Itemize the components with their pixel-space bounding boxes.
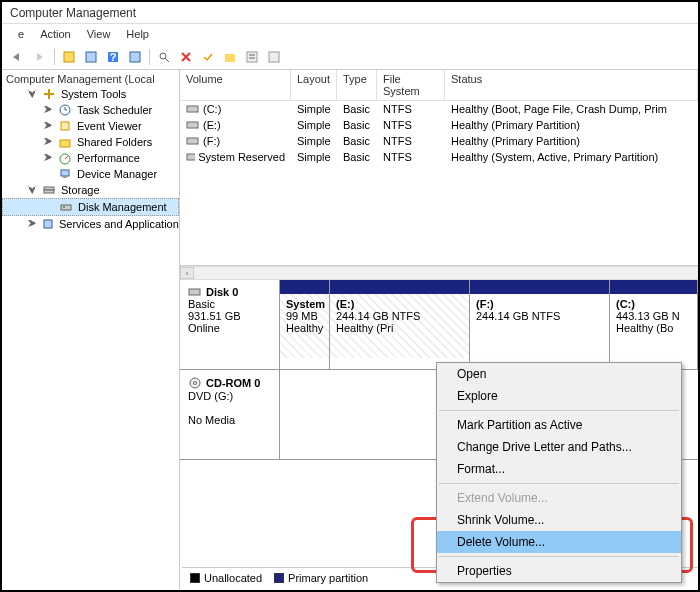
find-icon[interactable] [154,47,174,67]
ctx-explore[interactable]: Explore [437,385,681,407]
vol-fs: NTFS [377,134,445,148]
scroll-left-icon[interactable]: ‹ [180,267,194,279]
svg-text:?: ? [110,51,117,63]
svg-rect-17 [61,122,69,130]
ctx-delete-volume[interactable]: Delete Volume... [437,531,681,553]
disk0-partitions: System 99 MB Healthy (E:) 244.14 GB NTFS… [280,280,698,369]
forward-icon[interactable] [30,47,50,67]
services-icon [41,217,55,231]
detail-icon[interactable] [264,47,284,67]
cdrom-type: DVD (G:) [188,390,271,402]
refresh-icon[interactable] [59,47,79,67]
disk-status: Online [188,322,271,334]
col-status[interactable]: Status [445,70,698,100]
menu-file[interactable]: e [10,27,32,41]
device-icon [57,167,73,181]
check-icon[interactable] [198,47,218,67]
menu-view[interactable]: View [79,27,119,41]
volume-row[interactable]: (E:) Simple Basic NTFS Healthy (Primary … [180,117,698,133]
expand-icon[interactable]: ⮞ [44,122,53,131]
svg-rect-22 [63,176,67,178]
view-icon[interactable] [125,47,145,67]
ctx-properties[interactable]: Properties [437,560,681,582]
ctx-format[interactable]: Format... [437,458,681,480]
svg-rect-21 [61,170,69,176]
disk0-info[interactable]: Disk 0 Basic 931.51 GB Online [180,280,280,369]
partition-e[interactable]: (E:) 244.14 GB NTFS Healthy (Pri [330,280,470,369]
ctx-mark-active[interactable]: Mark Partition as Active [437,414,681,436]
vol-fs: NTFS [377,150,445,164]
delete-icon[interactable] [176,47,196,67]
tree-label: System Tools [61,88,126,100]
partition-f[interactable]: (F:) 244.14 GB NTFS [470,280,610,369]
tree-label: Performance [77,152,140,164]
tree-root[interactable]: Computer Management (Local [2,72,179,86]
col-filesystem[interactable]: File System [377,70,445,100]
tree-shared-folders[interactable]: ⮞ Shared Folders [2,134,179,150]
tree-event-viewer[interactable]: ⮞ Event Viewer [2,118,179,134]
context-menu: Open Explore Mark Partition as Active Ch… [436,362,682,583]
expand-icon[interactable]: ⮞ [44,106,53,115]
vol-name: (F:) [203,135,220,147]
svg-rect-24 [44,190,54,193]
legend-primary: Primary partition [274,572,368,584]
list-icon[interactable] [242,47,262,67]
tree-disk-management[interactable]: ⮞ Disk Management [2,198,179,216]
vol-layout: Simple [291,102,337,116]
tree-performance[interactable]: ⮞ Performance [2,150,179,166]
disk-icon [58,200,74,214]
vol-name: System Reserved [198,151,285,163]
storage-icon [41,183,57,197]
col-type[interactable]: Type [337,70,377,100]
folder-icon[interactable] [220,47,240,67]
partition-system[interactable]: System 99 MB Healthy [280,280,330,369]
expand-icon[interactable]: ⮞ [44,154,53,163]
svg-line-6 [165,58,169,62]
tree-label: Services and Applications [59,218,180,230]
volume-row[interactable]: (C:) Simple Basic NTFS Healthy (Boot, Pa… [180,101,698,117]
help-icon[interactable]: ? [103,47,123,67]
svg-line-20 [65,156,68,159]
volume-table: Volume Layout Type File System Status (C… [180,70,698,266]
col-volume[interactable]: Volume [180,70,291,100]
properties-icon[interactable] [81,47,101,67]
vol-layout: Simple [291,134,337,148]
tree-task-scheduler[interactable]: ⮞ Task Scheduler [2,102,179,118]
cdrom-info[interactable]: CD-ROM 0 DVD (G:) No Media [180,370,280,459]
tree-device-manager[interactable]: ⮞ Device Manager [2,166,179,182]
svg-point-26 [63,206,65,208]
tree-services[interactable]: ⮞ Services and Applications [2,216,179,232]
svg-rect-0 [64,52,74,62]
menubar: e Action View Help [2,24,698,44]
expand-icon[interactable]: ⮟ [28,186,37,195]
expand-icon[interactable]: ⮟ [28,90,37,99]
tree-storage[interactable]: ⮟ Storage [2,182,179,198]
vol-layout: Simple [291,150,337,164]
back-icon[interactable] [8,47,28,67]
partition-c[interactable]: (C:) 443.13 GB N Healthy (Bo [610,280,698,369]
disk-size: 931.51 GB [188,310,271,322]
svg-rect-4 [130,52,140,62]
legend-unallocated: Unallocated [190,572,262,584]
menu-help[interactable]: Help [118,27,157,41]
menu-action[interactable]: Action [32,27,79,41]
expand-icon[interactable]: ⮞ [44,138,53,147]
svg-rect-18 [60,140,70,147]
volume-row[interactable]: (F:) Simple Basic NTFS Healthy (Primary … [180,133,698,149]
expand-icon[interactable]: ⮞ [28,220,37,229]
part-status: Healthy [286,322,323,334]
vol-status: Healthy (System, Active, Primary Partiti… [445,150,698,164]
ctx-open[interactable]: Open [437,363,681,385]
horizontal-scrollbar[interactable]: ‹ [180,266,698,280]
tree-label: Storage [61,184,100,196]
vol-status: Healthy (Primary Partition) [445,134,698,148]
ctx-change-drive[interactable]: Change Drive Letter and Paths... [437,436,681,458]
tree-system-tools[interactable]: ⮟ System Tools [2,86,179,102]
svg-rect-28 [187,106,198,112]
ctx-shrink[interactable]: Shrink Volume... [437,509,681,531]
col-layout[interactable]: Layout [291,70,337,100]
volume-row[interactable]: System Reserved Simple Basic NTFS Health… [180,149,698,165]
svg-rect-32 [189,289,200,295]
vol-layout: Simple [291,118,337,132]
perf-icon [57,151,73,165]
